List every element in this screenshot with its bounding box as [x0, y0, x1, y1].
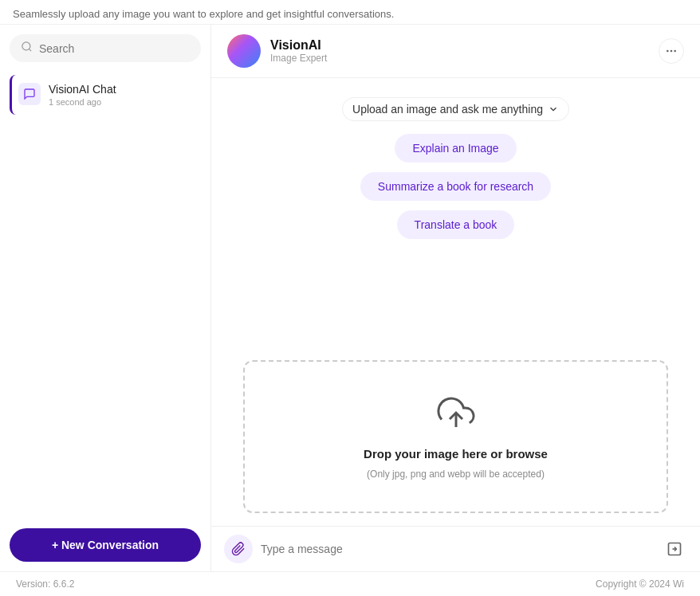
chat-header-left: VisionAI Image Expert — [227, 34, 327, 68]
message-input[interactable] — [261, 543, 654, 555]
conv-time: 1 second ago — [49, 97, 116, 107]
svg-point-0 — [22, 42, 30, 50]
new-conversation-button[interactable]: + New Conversation — [10, 528, 201, 562]
ai-name: VisionAI — [270, 38, 327, 53]
ai-role: Image Expert — [270, 53, 327, 64]
svg-point-3 — [674, 50, 675, 51]
conv-title: VisionAI Chat — [49, 83, 116, 96]
main-layout: VisionAI Chat 1 second ago + New Convers… — [0, 25, 700, 571]
drop-title: Drop your image here or browse — [364, 447, 548, 461]
chip-translate[interactable]: Translate a book — [397, 210, 515, 239]
chat-body: Upload an image and ask me anything Expl… — [211, 78, 700, 526]
paperclip-icon — [231, 542, 246, 556]
attach-button[interactable] — [224, 535, 253, 563]
search-box[interactable] — [10, 34, 201, 62]
menu-icon[interactable] — [659, 38, 684, 64]
conversation-list: VisionAI Chat 1 second ago — [10, 75, 201, 522]
dropdown-pill[interactable]: Upload an image and ask me anything — [342, 97, 569, 121]
dropdown-label: Upload an image and ask me anything — [352, 103, 543, 116]
ai-avatar — [227, 34, 261, 68]
chips-container: Explain an Image Summarize a book for re… — [360, 134, 551, 239]
search-input[interactable] — [39, 42, 190, 55]
conversation-item[interactable]: VisionAI Chat 1 second ago — [10, 75, 201, 115]
send-icon — [667, 541, 682, 557]
copyright-label: Copyright © 2024 Wi — [596, 578, 684, 590]
drop-zone[interactable]: Drop your image here or browse (Only jpg… — [243, 360, 668, 513]
version-label: Version: 6.6.2 — [16, 578, 74, 590]
svg-line-1 — [29, 49, 31, 51]
ai-info: VisionAI Image Expert — [270, 38, 327, 64]
chevron-down-icon — [548, 104, 559, 115]
send-button[interactable] — [662, 536, 687, 562]
svg-point-4 — [667, 50, 668, 51]
message-input-bar — [211, 526, 700, 571]
conv-icon — [18, 83, 41, 105]
chat-area: VisionAI Image Expert Upload an image an… — [211, 25, 700, 571]
chip-summarize[interactable]: Summarize a book for research — [360, 172, 551, 201]
drop-subtitle: (Only jpg, png and webp will be accepted… — [367, 469, 545, 480]
top-bar-subtitle: Seamlessly upload any image you want to … — [13, 8, 394, 20]
sidebar: VisionAI Chat 1 second ago + New Convers… — [0, 25, 211, 571]
search-icon — [21, 41, 33, 56]
upload-icon — [437, 394, 475, 439]
chip-explain[interactable]: Explain an Image — [395, 134, 516, 163]
svg-point-2 — [671, 50, 671, 51]
top-bar: Seamlessly upload any image you want to … — [0, 0, 700, 25]
chat-header: VisionAI Image Expert — [211, 25, 700, 78]
footer: Version: 6.6.2 Copyright © 2024 Wi — [0, 571, 700, 596]
conv-info: VisionAI Chat 1 second ago — [49, 83, 116, 107]
